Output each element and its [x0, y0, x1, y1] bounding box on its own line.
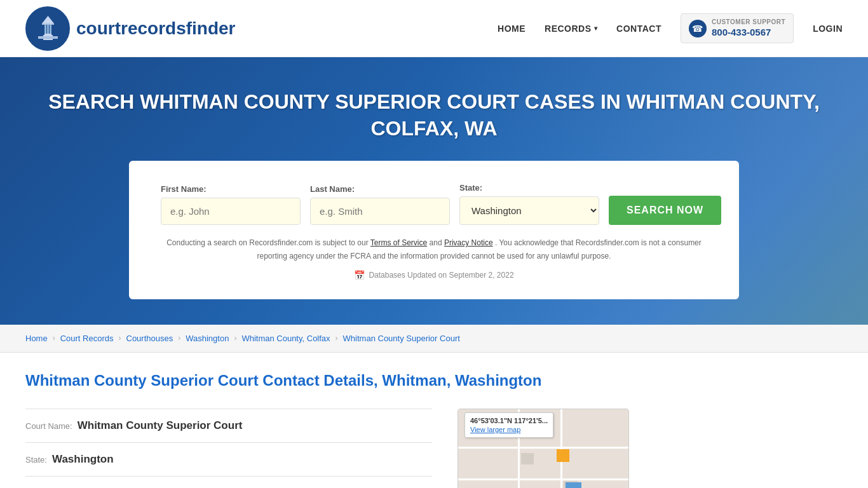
breadcrumb: Home › Court Records › Courthouses › Was… [0, 325, 868, 353]
svg-rect-5 [38, 36, 58, 39]
map-view-larger[interactable]: View larger map [470, 426, 548, 433]
map-road [458, 478, 628, 480]
map-road [458, 447, 628, 449]
map-blue-block [566, 482, 581, 488]
legal-text: Conducting a search on Recordsfinder.com… [161, 236, 707, 262]
site-header: courtrecordsfinder HOME RECORDS ▾ CONTAC… [0, 0, 868, 57]
chevron-down-icon: ▾ [594, 25, 598, 32]
support-box: ☎ CUSTOMER SUPPORT 800-433-0567 [681, 13, 794, 43]
nav-contact[interactable]: CONTACT [616, 24, 661, 34]
nav-login[interactable]: LOGIN [813, 24, 843, 34]
search-card: First Name: Last Name: State: Washington… [129, 161, 739, 299]
court-name-value: Whitman County Superior Court [78, 419, 243, 432]
breadcrumb-sep-2: › [119, 334, 121, 342]
breadcrumb-current: Whitman County Superior Court [343, 334, 460, 343]
map-tooltip: 46°53'03.1"N 117°21'5... View larger map [465, 412, 553, 438]
nav-home[interactable]: HOME [498, 24, 526, 34]
state-group: State: Washington [459, 183, 599, 225]
nav-records[interactable]: RECORDS ▾ [545, 24, 597, 34]
logo-text: courtrecordsfinder [76, 18, 236, 39]
map-highlight [557, 449, 569, 462]
state-detail-value: Washington [52, 453, 114, 466]
last-name-label: Last Name: [310, 184, 450, 194]
hero-title: SEARCH WHITMAN COUNTY SUPERIOR COURT CAS… [25, 89, 843, 142]
state-detail-label: State: [25, 455, 47, 464]
last-name-group: Last Name: [310, 184, 450, 225]
breadcrumb-sep-3: › [178, 334, 180, 342]
svg-rect-6 [44, 25, 46, 34]
breadcrumb-whitman-colfax[interactable]: Whitman County, Colfax [241, 334, 330, 343]
logo-icon [25, 6, 70, 51]
state-label: State: [459, 183, 599, 193]
first-name-input[interactable] [161, 198, 301, 225]
court-name-row: Court Name: Whitman County Superior Cour… [25, 409, 432, 442]
last-name-input[interactable] [310, 198, 450, 225]
map-road [560, 409, 562, 488]
support-label: CUSTOMER SUPPORT [712, 18, 785, 26]
main-nav: HOME RECORDS ▾ CONTACT ☎ CUSTOMER SUPPOR… [498, 13, 843, 43]
first-name-group: First Name: [161, 184, 301, 225]
privacy-link[interactable]: Privacy Notice [444, 238, 493, 247]
tos-link[interactable]: Terms of Service [370, 238, 427, 247]
content-section: Whitman County Superior Court Contact De… [0, 353, 868, 488]
map-placeholder: 46°53'03.1"N 117°21'5... View larger map [458, 409, 628, 488]
court-info: Court Name: Whitman County Superior Cour… [25, 409, 843, 488]
court-details: Court Name: Whitman County Superior Cour… [25, 409, 432, 477]
state-row: State: Washington [25, 442, 432, 477]
search-fields: First Name: Last Name: State: Washington… [161, 183, 707, 225]
court-name-label: Court Name: [25, 421, 72, 431]
svg-rect-8 [47, 25, 49, 34]
map-coords: 46°53'03.1"N 117°21'5... [470, 417, 548, 424]
breadcrumb-washington[interactable]: Washington [186, 334, 229, 343]
breadcrumb-home[interactable]: Home [25, 334, 48, 343]
logo-area: courtrecordsfinder [25, 6, 236, 51]
state-select[interactable]: Washington [459, 196, 599, 225]
first-name-label: First Name: [161, 184, 301, 194]
phone-icon: ☎ [689, 20, 707, 37]
support-phone: 800-433-0567 [712, 26, 785, 39]
map-area[interactable]: 46°53'03.1"N 117°21'5... View larger map [458, 409, 629, 488]
svg-rect-7 [50, 25, 51, 34]
breadcrumb-sep-4: › [234, 334, 236, 342]
svg-rect-4 [42, 24, 54, 25]
hero-section: SEARCH WHITMAN COUNTY SUPERIOR COURT CAS… [0, 57, 868, 325]
svg-rect-2 [44, 34, 51, 36]
breadcrumb-sep-5: › [336, 334, 338, 342]
section-title: Whitman County Superior Court Contact De… [25, 372, 843, 390]
calendar-icon: 📅 [354, 270, 365, 280]
map-block [521, 453, 534, 464]
db-updated: 📅 Databases Updated on September 2, 2022 [161, 270, 707, 280]
breadcrumb-court-records[interactable]: Court Records [60, 334, 114, 343]
breadcrumb-courthouses[interactable]: Courthouses [126, 334, 173, 343]
breadcrumb-sep-1: › [53, 334, 55, 342]
search-button[interactable]: SEARCH NOW [609, 196, 721, 225]
